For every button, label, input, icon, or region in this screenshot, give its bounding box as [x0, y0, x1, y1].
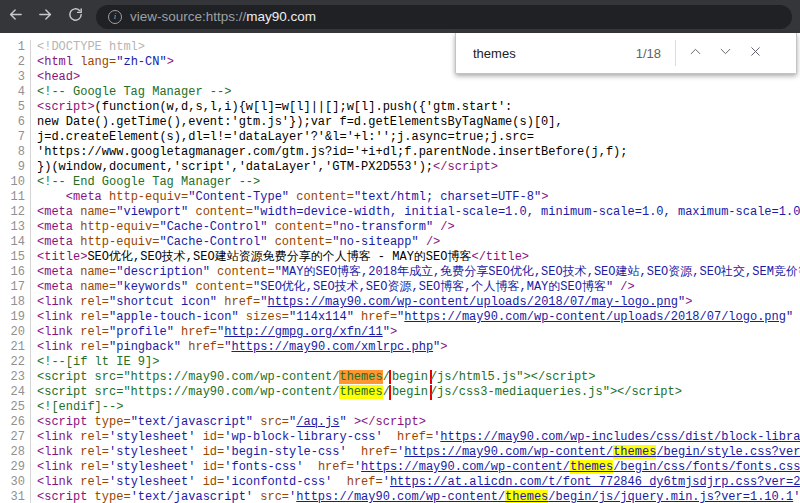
source-line: 29<link rel='stylesheet' id='fonts-css' … — [0, 460, 800, 475]
back-button[interactable] — [0, 2, 30, 32]
line-content: <link rel="shortcut icon" href="https://… — [31, 295, 800, 310]
line-number: 8 — [0, 145, 31, 160]
source-line: 25<![endif]--> — [0, 400, 800, 415]
find-match-count: 1/18 — [591, 46, 661, 61]
line-content: <link rel="profile" href="http://gmpg.or… — [31, 325, 800, 340]
line-number: 30 — [0, 475, 31, 490]
line-number: 20 — [0, 325, 31, 340]
line-content: <script src="https://may90.com/wp-conten… — [31, 385, 800, 400]
line-number: 23 — [0, 370, 31, 385]
line-content: <meta name="description" content="MAY的SE… — [31, 265, 800, 280]
find-input[interactable] — [473, 46, 591, 61]
chevron-up-icon — [689, 44, 702, 62]
chevron-down-icon — [719, 44, 732, 62]
line-number: 14 — [0, 235, 31, 250]
source-line: 5<script>(function(w,d,s,l,i){w[l]=w[l]|… — [0, 100, 800, 115]
line-content: <meta name="keywords" content="SEO优化,SEO… — [31, 280, 800, 295]
source-line: 22<!--[if lt IE 9]> — [0, 355, 800, 370]
find-match-highlight[interactable]: themes — [570, 460, 613, 474]
line-number: 21 — [0, 340, 31, 355]
source-line: 11 <meta http-equiv="Content-Type" conte… — [0, 190, 800, 205]
find-match-highlight[interactable]: themes — [505, 490, 548, 503]
line-content: new Date().getTime(),event:'gtm.js'});va… — [31, 115, 800, 130]
forward-icon — [37, 6, 54, 27]
line-content: <script src="https://may90.com/wp-conten… — [31, 370, 800, 385]
source-line: 17<meta name="keywords" content="SEO优化,S… — [0, 280, 800, 295]
find-divider — [675, 40, 676, 66]
back-icon — [7, 6, 24, 27]
line-content: <link rel='stylesheet' id='begin-style-c… — [31, 445, 800, 460]
reload-icon — [67, 6, 84, 27]
source-line: 8'https://www.googletagmanager.com/gtm.j… — [0, 145, 800, 160]
red-box-annotation: begin — [389, 370, 432, 384]
reload-button[interactable] — [60, 2, 90, 32]
line-number: 5 — [0, 100, 31, 115]
line-number: 31 — [0, 490, 31, 503]
line-content: <link rel="pingback" href="https://may90… — [31, 340, 800, 355]
find-match-highlight: themes — [339, 370, 382, 384]
find-previous-button[interactable] — [680, 38, 710, 68]
line-content: <link rel='stylesheet' id='iconfontd-css… — [31, 475, 800, 490]
source-line: 23<script src="https://may90.com/wp-cont… — [0, 370, 800, 385]
source-line: 7j=d.createElement(s),dl=l!='dataLayer'?… — [0, 130, 800, 145]
find-next-button[interactable] — [710, 38, 740, 68]
line-number: 24 — [0, 385, 31, 400]
close-icon — [749, 44, 762, 62]
line-content: <!--[if lt IE 9]> — [31, 355, 800, 370]
line-number: 18 — [0, 295, 31, 310]
line-number: 12 — [0, 205, 31, 220]
line-content: })(window,document,'script','dataLayer',… — [31, 160, 800, 175]
address-bar[interactable]: i view-source:https://may90.com — [96, 5, 792, 29]
line-number: 22 — [0, 355, 31, 370]
line-content: <script>(function(w,d,s,l,i){w[l]=w[l]||… — [31, 100, 800, 115]
source-line: 15<title>SEO优化,SEO技术,SEO建站资源免费分享的个人博客 - … — [0, 250, 800, 265]
find-close-button[interactable] — [740, 38, 770, 68]
line-number: 13 — [0, 220, 31, 235]
line-number: 17 — [0, 280, 31, 295]
source-line: 9})(window,document,'script','dataLayer'… — [0, 160, 800, 175]
line-content: <link rel='stylesheet' id='wp-block-libr… — [31, 430, 800, 445]
source-line: 4<!-- Google Tag Manager --> — [0, 85, 800, 100]
source-line: 10<!-- End Google Tag Manager --> — [0, 175, 800, 190]
source-line: 28<link rel='stylesheet' id='begin-style… — [0, 445, 800, 460]
find-match-highlight[interactable]: themes — [613, 445, 656, 459]
red-box-annotation: begin — [389, 385, 432, 400]
line-content: <meta http-equiv="Cache-Control" content… — [31, 235, 800, 250]
line-content: <meta name="viewport" content="width=dev… — [31, 205, 800, 220]
source-line: 30<link rel='stylesheet' id='iconfontd-c… — [0, 475, 800, 490]
line-number: 11 — [0, 190, 31, 205]
find-match-highlight: themes — [339, 385, 382, 399]
browser-window: i view-source:https://may90.com 1<!DOCTY… — [0, 0, 800, 503]
view-source-content: 1<!DOCTYPE html>2<html lang="zh-CN">3<he… — [0, 33, 800, 503]
line-number: 7 — [0, 130, 31, 145]
line-content: <link rel="apple-touch-icon" sizes="114x… — [31, 310, 800, 325]
source-line: 12<meta name="viewport" content="width=d… — [0, 205, 800, 220]
source-line: 21<link rel="pingback" href="https://may… — [0, 340, 800, 355]
line-number: 15 — [0, 250, 31, 265]
source-line: 18<link rel="shortcut icon" href="https:… — [0, 295, 800, 310]
source-line: 16<meta name="description" content="MAY的… — [0, 265, 800, 280]
url-scheme: view-source:https:// — [130, 9, 246, 24]
line-content: <script type="text/javascript" src="/aq.… — [31, 415, 800, 430]
line-number: 27 — [0, 430, 31, 445]
source-line: 24<script src="https://may90.com/wp-cont… — [0, 385, 800, 400]
forward-button[interactable] — [30, 2, 60, 32]
source-line: 20<link rel="profile" href="http://gmpg.… — [0, 325, 800, 340]
line-number: 25 — [0, 400, 31, 415]
line-content: <meta http-equiv="Content-Type" content=… — [31, 190, 800, 205]
line-number: 6 — [0, 115, 31, 130]
line-number: 1 — [0, 40, 31, 55]
line-content: <script type='text/javascript' src='http… — [31, 490, 800, 503]
line-content: <link rel='stylesheet' id='fonts-css' hr… — [31, 460, 800, 475]
line-content: <title>SEO优化,SEO技术,SEO建站资源免费分享的个人博客 - MA… — [31, 250, 800, 265]
line-content: <!-- Google Tag Manager --> — [31, 85, 800, 100]
line-content: j=d.createElement(s),dl=l!='dataLayer'?'… — [31, 130, 800, 145]
line-content: <!-- End Google Tag Manager --> — [31, 175, 800, 190]
line-number: 26 — [0, 415, 31, 430]
line-content: <meta http-equiv="Cache-Control" content… — [31, 220, 800, 235]
info-icon[interactable]: i — [108, 10, 122, 24]
source-line: 27<link rel='stylesheet' id='wp-block-li… — [0, 430, 800, 445]
line-number: 10 — [0, 175, 31, 190]
url-host: may90.com — [246, 9, 316, 24]
source-line: 13<meta http-equiv="Cache-Control" conte… — [0, 220, 800, 235]
